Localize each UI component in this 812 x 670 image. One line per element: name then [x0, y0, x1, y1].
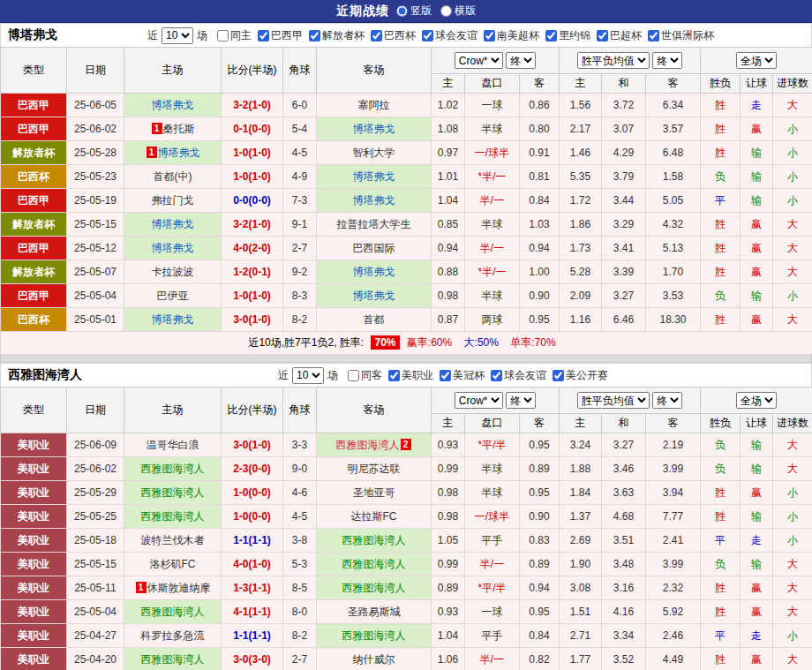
filter-option[interactable]: 巴西甲: [258, 28, 303, 43]
handicap-cell: 半球: [465, 284, 520, 308]
away-team-cell[interactable]: 西雅图海湾人2: [317, 433, 432, 457]
date-cell: 25-05-12: [67, 237, 124, 260]
home-team-cell[interactable]: 首都(中): [124, 165, 222, 189]
sub-asian-home: 主: [432, 414, 465, 433]
home-team-cell[interactable]: 西雅图海湾人: [124, 481, 222, 505]
layout-option[interactable]: 竖版: [396, 4, 432, 19]
home-team-cell[interactable]: 1博塔弗戈: [124, 141, 222, 165]
odds-company-select[interactable]: Crow*: [455, 52, 503, 69]
filter-option[interactable]: 里约锦: [545, 28, 590, 43]
wdl-result-cell: 负: [701, 457, 741, 481]
home-team-cell[interactable]: 洛杉矶FC: [124, 553, 222, 576]
filter-label: 美职业: [402, 368, 433, 383]
asian-home-odds-cell: 1.04: [432, 189, 465, 213]
home-team-cell[interactable]: 西雅图海湾人: [124, 600, 222, 624]
home-team-cell[interactable]: 西雅图海湾人: [124, 648, 222, 670]
filter-checkbox[interactable]: [422, 30, 433, 41]
away-team-cell[interactable]: 博塔弗戈: [317, 284, 432, 308]
home-team-cell[interactable]: 温哥华白浪: [124, 433, 222, 457]
home-team-cell[interactable]: 科罗拉多急流: [124, 624, 222, 648]
scope-select[interactable]: 全场: [736, 392, 777, 409]
home-team-cell[interactable]: 博塔弗戈: [124, 308, 222, 332]
team-name: 西雅图海湾人: [141, 606, 205, 618]
filter-option[interactable]: 球会友谊: [491, 368, 546, 383]
away-team-cell[interactable]: 圣地亚哥: [317, 481, 432, 505]
away-team-cell[interactable]: 巴西国际: [317, 237, 432, 260]
recent-count-select[interactable]: 10: [162, 27, 193, 44]
handicap-cell: 半球: [465, 481, 520, 505]
wdl-result-cell: 负: [701, 284, 741, 308]
home-team-cell[interactable]: 1桑托斯: [124, 117, 222, 141]
home-team-cell[interactable]: 卡拉波波: [124, 260, 222, 284]
odds-stage-select[interactable]: 终: [506, 52, 536, 69]
odds-company-select[interactable]: Crow*: [455, 392, 503, 409]
filter-checkbox[interactable]: [491, 370, 502, 381]
away-team-cell[interactable]: 智利大学: [317, 141, 432, 165]
away-team-cell[interactable]: 拉普拉塔大学生: [317, 213, 432, 237]
filter-checkbox[interactable]: [258, 30, 269, 41]
home-team-cell[interactable]: 西雅图海湾人: [124, 457, 222, 481]
handicap-result-cell: 赢: [741, 576, 773, 600]
home-team-cell[interactable]: 博塔弗戈: [124, 213, 222, 237]
away-team-cell[interactable]: 博塔弗戈: [317, 117, 432, 141]
filter-checkbox[interactable]: [217, 30, 229, 41]
away-team-cell[interactable]: 西雅图海湾人: [317, 576, 432, 600]
filter-checkbox[interactable]: [388, 370, 400, 381]
euro-draw-cell: 4.16: [602, 600, 646, 624]
layout-radio[interactable]: [396, 5, 408, 17]
home-team-cell[interactable]: 博塔弗戈: [124, 237, 222, 260]
filter-option[interactable]: 美职业: [388, 368, 433, 383]
filter-option[interactable]: 巴西杯: [371, 28, 416, 43]
filter-option[interactable]: 同主: [217, 28, 252, 43]
layout-option[interactable]: 横版: [440, 4, 476, 19]
away-team-cell[interactable]: 西雅图海湾人: [317, 529, 432, 553]
filter-checkbox[interactable]: [545, 30, 557, 41]
away-team-cell[interactable]: 博塔弗戈: [317, 260, 432, 284]
euro-stage-select[interactable]: 终: [652, 392, 682, 409]
recent-count-select[interactable]: 10: [292, 367, 324, 384]
matches-label: 场: [327, 368, 338, 383]
filter-checkbox[interactable]: [440, 370, 451, 381]
away-team-cell[interactable]: 西雅图海湾人: [317, 553, 432, 576]
filter-option[interactable]: 球会友谊: [422, 28, 477, 43]
euro-type-select[interactable]: 胜平负均值: [577, 52, 650, 69]
filter-option[interactable]: 南美超杯: [484, 28, 539, 43]
filter-checkbox[interactable]: [648, 30, 659, 41]
filter-checkbox[interactable]: [348, 370, 359, 381]
home-team-cell[interactable]: 西雅图海湾人: [124, 505, 222, 529]
filter-option[interactable]: 世俱洲际杯: [648, 28, 714, 43]
euro-away-cell: 4.49: [646, 648, 701, 670]
home-team-cell[interactable]: 巴伊亚: [124, 284, 222, 308]
score-cell: 1-0(1-0): [222, 284, 283, 308]
away-team-cell[interactable]: 明尼苏达联: [317, 457, 432, 481]
filter-checkbox[interactable]: [553, 370, 564, 381]
filter-option[interactable]: 美冠杯: [440, 368, 485, 383]
filter-option[interactable]: 美公开赛: [553, 368, 608, 383]
odds-stage-select[interactable]: 终: [506, 392, 536, 409]
away-team-cell[interactable]: 博塔弗戈: [317, 189, 432, 213]
home-team-cell[interactable]: 波特兰伐木者: [124, 529, 222, 553]
away-team-cell[interactable]: 西雅图海湾人: [317, 624, 432, 648]
away-team-cell[interactable]: 圣路易斯城: [317, 600, 432, 624]
euro-type-select[interactable]: 胜平负均值: [577, 392, 650, 409]
handicap-result-cell: 输: [741, 553, 773, 576]
filter-checkbox[interactable]: [309, 30, 320, 41]
euro-stage-select[interactable]: 终: [652, 52, 682, 69]
filter-option[interactable]: 巴超杯: [597, 28, 642, 43]
filter-checkbox[interactable]: [371, 30, 382, 41]
away-team-cell[interactable]: 塞阿拉: [317, 94, 432, 117]
filter-option[interactable]: 同客: [348, 368, 382, 383]
layout-radio[interactable]: [440, 5, 452, 17]
filter-checkbox[interactable]: [484, 30, 495, 41]
away-team-cell[interactable]: 纳什威尔: [317, 648, 432, 670]
away-team-cell[interactable]: 首都: [317, 308, 432, 332]
home-team-cell[interactable]: 1休斯敦迪纳摩: [124, 576, 222, 600]
filter-option[interactable]: 解放者杯: [309, 28, 365, 43]
scope-select[interactable]: 全场: [736, 52, 777, 69]
away-team-cell[interactable]: 达拉斯FC: [317, 505, 432, 529]
filter-checkbox[interactable]: [597, 30, 608, 41]
home-team-cell[interactable]: 博塔弗戈: [124, 94, 222, 117]
home-team-cell[interactable]: 弗拉门戈: [124, 189, 222, 213]
euro-draw-cell: 3.27: [602, 284, 646, 308]
away-team-cell[interactable]: 博塔弗戈: [317, 165, 432, 189]
